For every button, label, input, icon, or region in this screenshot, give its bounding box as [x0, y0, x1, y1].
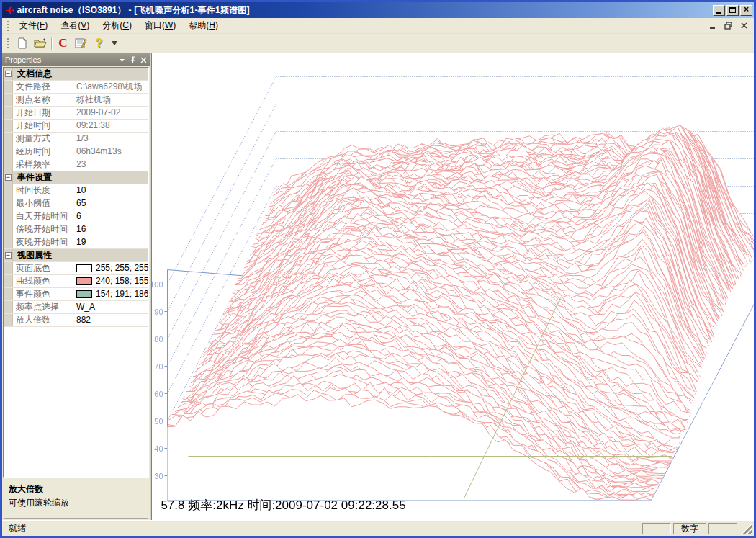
toolbar: C ?	[2, 34, 754, 53]
property-label: 事件颜色	[13, 288, 73, 300]
property-row[interactable]: 文件路径C:\awa6298\机场	[4, 81, 148, 94]
menu-item-f[interactable]: 文件(F)	[13, 17, 54, 34]
description-title: 放大倍数	[9, 483, 143, 496]
property-label: 放大倍数	[13, 314, 73, 326]
property-value[interactable]: 154; 191; 186	[73, 288, 148, 300]
color-swatch[interactable]	[76, 290, 92, 298]
toolbar-overflow-button[interactable]	[109, 35, 119, 51]
property-row[interactable]: 事件颜色154; 191; 186	[4, 288, 148, 301]
property-value[interactable]: 16	[73, 223, 148, 236]
color-swatch[interactable]	[76, 277, 92, 285]
property-row[interactable]: 经历时间06h34m13s	[4, 145, 148, 158]
property-label: 测量方式	[13, 133, 73, 145]
collapse-icon[interactable]: −	[5, 252, 12, 259]
pin-icon[interactable]	[130, 56, 136, 63]
property-row[interactable]: 采样频率23	[4, 158, 148, 171]
property-label: 白天开始时间	[13, 210, 73, 223]
airplane-icon: ✈	[5, 5, 14, 16]
property-value[interactable]: 255; 255; 255	[73, 262, 148, 274]
property-value[interactable]: C:\awa6298\机场	[73, 81, 148, 93]
chevron-down-icon	[112, 42, 117, 45]
property-value[interactable]: 1/3	[73, 133, 148, 145]
mdi-window-buttons	[709, 22, 748, 30]
property-value[interactable]: 09:21:38	[73, 120, 148, 132]
menu-item-c[interactable]: 分析(C)	[96, 17, 138, 34]
property-row[interactable]: 曲线颜色240; 158; 155	[4, 275, 148, 288]
property-row[interactable]: 夜晚开始时间19	[4, 236, 148, 249]
collapse-icon[interactable]: −	[5, 71, 12, 77]
property-label: 曲线颜色	[13, 275, 73, 287]
chart-footer-label: 57.8 频率:2kHz 时间:2009-07-02 09:22:28.55	[161, 497, 405, 514]
property-row[interactable]: 放大倍数882	[4, 314, 148, 327]
open-file-button[interactable]	[32, 35, 48, 51]
menu-item-w[interactable]: 窗口(W)	[138, 17, 182, 34]
property-value[interactable]: 882	[73, 314, 148, 326]
toolbar-grip[interactable]	[6, 38, 10, 48]
property-row[interactable]: 傍晚开始时间16	[4, 223, 148, 236]
mdi-minimize-button[interactable]	[709, 22, 717, 30]
status-pane: 数字	[673, 523, 706, 534]
collapse-icon[interactable]: −	[5, 174, 12, 181]
property-value[interactable]: 240; 158; 155	[73, 275, 148, 287]
property-row[interactable]: 测点名称栎社机场	[4, 94, 148, 107]
new-document-icon	[17, 37, 28, 49]
category-title: 文档信息	[13, 68, 52, 80]
c-tool-icon: C	[58, 36, 67, 50]
app-window: ✈ aircraft noise（ISO3891） - [飞机噪声分析1-事件1…	[0, 0, 756, 538]
close-button[interactable]: ×	[740, 5, 752, 16]
status-panes: 数字	[640, 523, 737, 534]
menu-item-v[interactable]: 查看(V)	[54, 17, 96, 34]
waterfall-canvas[interactable]	[152, 53, 756, 520]
category-row[interactable]: −文档信息	[4, 68, 148, 81]
category-gutter: −	[4, 249, 13, 261]
properties-header[interactable]: Properties	[2, 53, 150, 66]
menu-item-h[interactable]: 帮助(H)	[182, 17, 225, 34]
property-value[interactable]: 2009-07-02	[73, 107, 148, 119]
row-gutter	[4, 81, 13, 93]
color-swatch[interactable]	[76, 264, 92, 272]
category-row[interactable]: −视图属性	[4, 249, 148, 262]
category-row[interactable]: −事件设置	[4, 171, 148, 184]
resize-grip[interactable]	[742, 524, 752, 534]
row-gutter	[4, 158, 13, 171]
property-value[interactable]: W_A	[73, 301, 148, 313]
property-row[interactable]: 页面底色255; 255; 255	[4, 262, 148, 275]
menu-grip[interactable]	[6, 21, 10, 31]
property-label: 开始日期	[13, 107, 73, 119]
row-gutter	[4, 120, 13, 132]
title-bar[interactable]: ✈ aircraft noise（ISO3891） - [飞机噪声分析1-事件1…	[2, 2, 754, 18]
property-value[interactable]: 65	[73, 197, 148, 210]
maximize-icon	[729, 7, 736, 13]
chevron-down-icon[interactable]	[119, 58, 125, 63]
property-label: 测点名称	[13, 94, 73, 106]
c-tool-button[interactable]: C	[55, 35, 71, 51]
property-value[interactable]: 23	[73, 158, 148, 171]
overflow-bar-icon	[112, 41, 117, 42]
property-row[interactable]: 最小阈值65	[4, 197, 148, 210]
mdi-restore-button[interactable]	[724, 22, 733, 30]
property-row[interactable]: 测量方式1/3	[4, 133, 148, 145]
category-gutter: −	[4, 171, 13, 184]
close-icon[interactable]	[140, 57, 147, 63]
properties-tool-button[interactable]	[73, 35, 89, 51]
row-gutter	[4, 275, 13, 287]
property-label: 文件路径	[13, 81, 73, 93]
row-gutter	[4, 107, 13, 119]
minimize-button[interactable]	[713, 5, 725, 16]
property-row[interactable]: 开始时间09:21:38	[4, 120, 148, 133]
maximize-button[interactable]	[726, 5, 739, 16]
property-row[interactable]: 频率点选择W_A	[4, 301, 148, 314]
property-row[interactable]: 时间长度10	[4, 184, 148, 197]
new-document-button[interactable]	[14, 35, 30, 51]
property-label: 采样频率	[13, 158, 73, 171]
property-value[interactable]: 06h34m13s	[73, 145, 148, 158]
mdi-close-button[interactable]	[740, 22, 748, 30]
menu-items-container: 文件(F)查看(V)分析(C)窗口(W)帮助(H)	[13, 17, 225, 34]
help-button[interactable]: ?	[91, 35, 107, 51]
property-value[interactable]: 10	[73, 184, 148, 197]
property-value[interactable]: 6	[73, 210, 148, 223]
property-value[interactable]: 栎社机场	[73, 94, 148, 106]
property-value[interactable]: 19	[73, 236, 148, 248]
property-row[interactable]: 白天开始时间6	[4, 210, 148, 223]
property-row[interactable]: 开始日期2009-07-02	[4, 107, 148, 120]
